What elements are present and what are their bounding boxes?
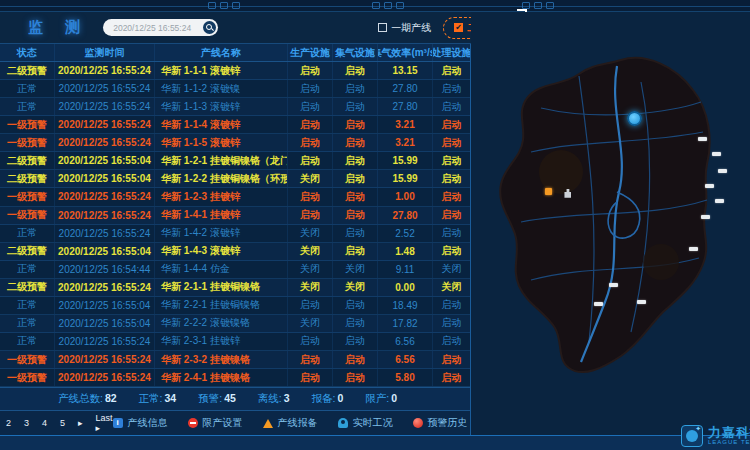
table-row[interactable]: 一级预警2020/12/25 16:55:24华新 1-1-4 滚镀锌启动启动3… bbox=[0, 116, 470, 134]
table-row[interactable]: 正常2020/12/25 16:55:24华新 1-4-2 滚镀锌关闭启动2.5… bbox=[0, 225, 470, 243]
stat-item: 限产:0 bbox=[365, 392, 397, 406]
checkbox-checked-icon[interactable]: ✔ bbox=[454, 23, 463, 32]
table-row[interactable]: 正常2020/12/25 16:55:24华新 2-3-1 挂镀锌启动启动6.5… bbox=[0, 333, 470, 351]
page-button[interactable]: 2 bbox=[6, 418, 11, 428]
stat-item: 报备:0 bbox=[312, 392, 344, 406]
table-row[interactable]: 二级预警2020/12/25 16:55:04华新 1-2-1 挂镀铜镍铬（龙门… bbox=[0, 152, 470, 170]
cell-prod: 启动 bbox=[288, 62, 333, 79]
cell-prod: 关闭 bbox=[288, 279, 333, 296]
table-row[interactable]: 正常2020/12/25 16:55:24华新 1-1-2 滚镀镍启动启动27.… bbox=[0, 80, 470, 98]
toolbar-buttons: i产线信息限产设置产线报备实时工况预警历史 bbox=[113, 416, 482, 430]
cell-treat: 启动 bbox=[433, 369, 470, 386]
cell-eff: 27.80 bbox=[378, 207, 433, 224]
info-icon: i bbox=[113, 418, 123, 428]
deco-square bbox=[384, 2, 392, 9]
toolbar-button-report[interactable]: 产线报备 bbox=[263, 416, 318, 430]
toolbar-button-realtime[interactable]: 实时工况 bbox=[338, 416, 393, 430]
cell-prod: 启动 bbox=[288, 116, 333, 133]
limit-icon bbox=[188, 418, 198, 428]
table-row[interactable]: 二级预警2020/12/25 16:55:04华新 1-2-2 挂镀铜镍铬（环形… bbox=[0, 170, 470, 188]
table-row[interactable]: 一级预警2020/12/25 16:55:24华新 1-4-1 挂镀锌启动启动2… bbox=[0, 207, 470, 225]
table-row[interactable]: 二级预警2020/12/25 16:55:24华新 1-1-1 滚镀锌启动启动1… bbox=[0, 62, 470, 80]
cell-gas: 启动 bbox=[333, 98, 378, 115]
cell-name: 华新 1-2-3 挂镀锌 bbox=[155, 188, 288, 205]
cell-time: 2020/12/25 16:55:24 bbox=[55, 333, 155, 350]
cell-eff: 1.48 bbox=[378, 243, 433, 260]
search-icon[interactable] bbox=[203, 21, 216, 34]
map-marker-orange[interactable] bbox=[545, 188, 552, 195]
column-header: 生产设施 bbox=[288, 44, 333, 61]
map-marker-white[interactable] bbox=[701, 215, 710, 219]
table-row[interactable]: 正常2020/12/25 16:55:04华新 2-2-1 挂镀铜镍铬启动启动1… bbox=[0, 297, 470, 315]
cell-treat: 启动 bbox=[433, 297, 470, 314]
history-icon bbox=[413, 418, 423, 428]
cell-gas: 启动 bbox=[333, 207, 378, 224]
cell-time: 2020/12/25 16:55:04 bbox=[55, 243, 155, 260]
page-button[interactable]: 3 bbox=[24, 418, 29, 428]
map-marker-white[interactable] bbox=[715, 199, 724, 203]
cell-treat: 启动 bbox=[433, 80, 470, 97]
cell-eff: 27.80 bbox=[378, 98, 433, 115]
cell-treat: 启动 bbox=[433, 351, 470, 368]
column-header: 集气效率(m³/s) bbox=[378, 44, 433, 61]
deco-square bbox=[546, 2, 554, 9]
table-row[interactable]: 一级预警2020/12/25 16:55:24华新 1-2-3 挂镀锌启动启动1… bbox=[0, 188, 470, 206]
cell-treat: 启动 bbox=[433, 333, 470, 350]
cell-gas: 关闭 bbox=[333, 279, 378, 296]
page-button[interactable]: 5 bbox=[60, 418, 65, 428]
cell-name: 华新 1-2-1 挂镀铜镍铬（龙门线） bbox=[155, 152, 288, 169]
table-row[interactable]: 正常2020/12/25 16:55:24华新 1-1-3 滚镀锌启动启动27.… bbox=[0, 98, 470, 116]
table-row[interactable]: 二级预警2020/12/25 16:55:04华新 1-4-3 滚镀锌关闭启动1… bbox=[0, 243, 470, 261]
table-row[interactable]: 二级预警2020/12/25 16:55:24华新 2-1-1 挂镀铜镍铬关闭关… bbox=[0, 279, 470, 297]
table-row[interactable]: 一级预警2020/12/25 16:55:24华新 2-3-2 挂镀镍铬启动启动… bbox=[0, 351, 470, 369]
cell-name: 华新 1-4-3 滚镀锌 bbox=[155, 243, 288, 260]
column-header: 产线名称 bbox=[155, 44, 288, 61]
toolbar-button-limit[interactable]: 限产设置 bbox=[188, 416, 243, 430]
table-row[interactable]: 一级预警2020/12/25 16:55:24华新 1-1-5 滚镀锌启动启动3… bbox=[0, 134, 470, 152]
toolbar-button-label: 限产设置 bbox=[203, 416, 243, 430]
page-button[interactable]: ▸ bbox=[78, 418, 83, 428]
page-button[interactable]: Last ▸ bbox=[96, 413, 113, 433]
map-marker-white[interactable] bbox=[594, 302, 603, 306]
map-marker-white[interactable] bbox=[689, 247, 698, 251]
cell-prod: 启动 bbox=[288, 152, 333, 169]
cell-status: 一级预警 bbox=[0, 134, 55, 151]
map-marker-white[interactable] bbox=[609, 283, 618, 287]
deco-square bbox=[232, 2, 240, 9]
cell-treat: 关闭 bbox=[433, 261, 470, 278]
cell-gas: 启动 bbox=[333, 134, 378, 151]
toolbar-button-label: 实时工况 bbox=[353, 416, 393, 430]
cell-status: 一级预警 bbox=[0, 207, 55, 224]
cell-gas: 启动 bbox=[333, 297, 378, 314]
cell-prod: 关闭 bbox=[288, 243, 333, 260]
cell-eff: 0.00 bbox=[378, 279, 433, 296]
toolbar-button-history[interactable]: 预警历史 bbox=[413, 416, 468, 430]
cell-time: 2020/12/25 16:55:24 bbox=[55, 116, 155, 133]
cell-prod: 关闭 bbox=[288, 315, 333, 332]
map-marker-white[interactable] bbox=[698, 137, 707, 141]
cell-prod: 启动 bbox=[288, 369, 333, 386]
search-box[interactable] bbox=[103, 19, 218, 36]
map-marker-white[interactable] bbox=[637, 300, 646, 304]
page-button[interactable]: 4 bbox=[42, 418, 47, 428]
cell-eff: 2.52 bbox=[378, 225, 433, 242]
cell-name: 华新 1-2-2 挂镀铜镍铬（环形线） bbox=[155, 170, 288, 187]
cell-status: 正常 bbox=[0, 98, 55, 115]
checkbox-unchecked-icon[interactable] bbox=[378, 23, 387, 32]
phase1-toggle[interactable]: 一期产线 bbox=[378, 21, 431, 35]
toolbar-button-info[interactable]: i产线信息 bbox=[113, 416, 168, 430]
cell-time: 2020/12/25 16:55:04 bbox=[55, 170, 155, 187]
district-map[interactable] bbox=[471, 12, 750, 435]
search-input[interactable] bbox=[103, 23, 203, 33]
table-row[interactable]: 一级预警2020/12/25 16:55:24华新 2-4-1 挂镀镍铬启动启动… bbox=[0, 369, 470, 387]
table-row[interactable]: 正常2020/12/25 16:55:04华新 2-2-2 滚镀镍铬关闭启动17… bbox=[0, 315, 470, 333]
top-decoration bbox=[0, 0, 750, 12]
cell-status: 正常 bbox=[0, 80, 55, 97]
map-area-tint bbox=[643, 244, 679, 280]
map-marker-white[interactable] bbox=[705, 184, 714, 188]
cell-gas: 启动 bbox=[333, 152, 378, 169]
map-marker-white[interactable] bbox=[718, 169, 727, 173]
table-row[interactable]: 正常2020/12/25 16:54:44华新 1-4-4 仿金关闭关闭9.11… bbox=[0, 261, 470, 279]
cell-status: 正常 bbox=[0, 315, 55, 332]
map-marker-white[interactable] bbox=[712, 152, 721, 156]
